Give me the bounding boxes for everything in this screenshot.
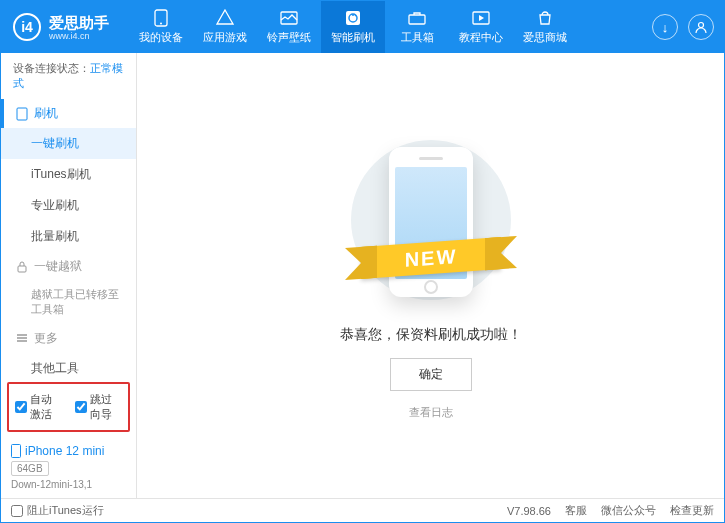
menu-pro-flash[interactable]: 专业刷机 (1, 190, 136, 221)
update-link[interactable]: 检查更新 (670, 503, 714, 518)
menu-batch-flash[interactable]: 批量刷机 (1, 221, 136, 252)
logo: i4 爱思助手 www.i4.cn (1, 13, 121, 41)
device-icon (152, 9, 170, 27)
nav-flash[interactable]: 智能刷机 (321, 1, 385, 53)
menu-other-tools[interactable]: 其他工具 (1, 353, 136, 378)
store-icon (536, 9, 554, 27)
tutorial-icon (472, 9, 490, 27)
phone-icon (16, 107, 28, 121)
apps-icon (216, 9, 234, 27)
option-checkboxes: 自动激活 跳过向导 (7, 382, 130, 432)
success-illustration: NEW (351, 132, 511, 312)
phone-small-icon (11, 444, 21, 458)
device-info[interactable]: iPhone 12 mini 64GB Down-12mini-13,1 (1, 436, 136, 498)
header-right: ↓ (652, 14, 714, 40)
device-model: Down-12mini-13,1 (11, 479, 126, 490)
device-storage: 64GB (11, 461, 49, 476)
wallpaper-icon (280, 9, 298, 27)
auto-activate-check[interactable]: 自动激活 (15, 392, 63, 422)
toolbox-icon (408, 9, 426, 27)
logo-icon: i4 (13, 13, 41, 41)
download-icon[interactable]: ↓ (652, 14, 678, 40)
menu-onekey-flash[interactable]: 一键刷机 (1, 128, 136, 159)
svg-point-6 (699, 23, 704, 28)
view-log-link[interactable]: 查看日志 (409, 405, 453, 420)
svg-rect-4 (409, 15, 425, 24)
success-message: 恭喜您，保资料刷机成功啦！ (340, 326, 522, 344)
device-name: iPhone 12 mini (11, 444, 126, 458)
flash-icon (344, 9, 362, 27)
svg-rect-7 (17, 108, 27, 120)
svg-rect-9 (12, 445, 21, 458)
skip-guide-check[interactable]: 跳过向导 (75, 392, 123, 422)
svg-rect-3 (346, 11, 360, 25)
body: 设备连接状态：正常模式 刷机 一键刷机 iTunes刷机 专业刷机 批量刷机 一… (1, 53, 724, 498)
main-nav: 我的设备 应用游戏 铃声壁纸 智能刷机 工具箱 教程中心 爱思商城 (129, 1, 577, 53)
menu-flash-head[interactable]: 刷机 (1, 99, 136, 128)
jailbreak-notice: 越狱工具已转移至工具箱 (1, 281, 136, 324)
nav-ringtone[interactable]: 铃声壁纸 (257, 1, 321, 53)
svg-point-1 (160, 23, 162, 25)
nav-store[interactable]: 爱思商城 (513, 1, 577, 53)
nav-my-device[interactable]: 我的设备 (129, 1, 193, 53)
main-content: NEW 恭喜您，保资料刷机成功啦！ 确定 查看日志 (137, 53, 724, 498)
app-window: ⚙ ≡ — □ ✕ i4 爱思助手 www.i4.cn 我的设备 应用游戏 铃声… (0, 0, 725, 523)
menu-more-head[interactable]: 更多 (1, 324, 136, 353)
more-icon (16, 332, 28, 344)
svg-rect-8 (18, 266, 26, 272)
support-link[interactable]: 客服 (565, 503, 587, 518)
menu-itunes-flash[interactable]: iTunes刷机 (1, 159, 136, 190)
nav-apps[interactable]: 应用游戏 (193, 1, 257, 53)
wechat-link[interactable]: 微信公众号 (601, 503, 656, 518)
footer: 阻止iTunes运行 V7.98.66 客服 微信公众号 检查更新 (1, 498, 724, 522)
footer-right: V7.98.66 客服 微信公众号 检查更新 (507, 503, 714, 518)
ok-button[interactable]: 确定 (390, 358, 472, 391)
user-icon[interactable] (688, 14, 714, 40)
block-itunes-check[interactable]: 阻止iTunes运行 (11, 503, 104, 518)
nav-tutorial[interactable]: 教程中心 (449, 1, 513, 53)
sidebar-menu: 刷机 一键刷机 iTunes刷机 专业刷机 批量刷机 一键越狱 越狱工具已转移至… (1, 99, 136, 378)
menu-jailbreak-head[interactable]: 一键越狱 (1, 252, 136, 281)
version-label: V7.98.66 (507, 505, 551, 517)
nav-toolbox[interactable]: 工具箱 (385, 1, 449, 53)
app-url: www.i4.cn (49, 31, 109, 41)
connection-status: 设备连接状态：正常模式 (1, 53, 136, 99)
sidebar: 设备连接状态：正常模式 刷机 一键刷机 iTunes刷机 专业刷机 批量刷机 一… (1, 53, 137, 498)
lock-icon (16, 261, 28, 273)
header: i4 爱思助手 www.i4.cn 我的设备 应用游戏 铃声壁纸 智能刷机 工具… (1, 1, 724, 53)
